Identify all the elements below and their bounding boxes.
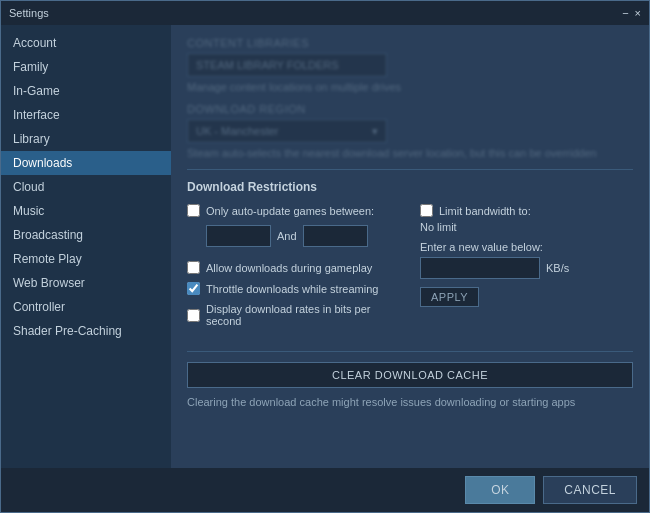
cache-description: Clearing the download cache might resolv… — [187, 396, 633, 408]
sidebar-item-remote-play[interactable]: Remote Play — [1, 247, 171, 271]
sidebar-item-cloud[interactable]: Cloud — [1, 175, 171, 199]
kb-row: KB/s — [420, 257, 633, 279]
footer: OK CANCEL — [1, 468, 649, 512]
minimize-button[interactable]: − — [622, 7, 628, 19]
allow-during-gameplay-row: Allow downloads during gameplay — [187, 261, 390, 274]
settings-window: Settings − × Account Family In-Game Inte… — [0, 0, 650, 513]
steam-library-value: STEAM LIBRARY FOLDERS — [196, 59, 339, 71]
clear-cache-button[interactable]: CLEAR DOWNLOAD CACHE — [187, 362, 633, 388]
title-bar-controls: − × — [622, 7, 641, 19]
sidebar-item-family[interactable]: Family — [1, 55, 171, 79]
new-value-label: Enter a new value below: — [420, 241, 633, 253]
sidebar-item-account[interactable]: Account — [1, 31, 171, 55]
sidebar-item-controller[interactable]: Controller — [1, 295, 171, 319]
manage-text: Manage content locations on multiple dri… — [187, 81, 633, 93]
time-end-input[interactable] — [303, 225, 368, 247]
cache-section: CLEAR DOWNLOAD CACHE Clearing the downlo… — [187, 351, 633, 408]
region-dropdown-row: UK - Manchester ▾ — [187, 119, 633, 143]
download-region-label: Download Region — [187, 103, 633, 115]
time-inputs-row: And — [206, 225, 390, 247]
allow-during-gameplay-label: Allow downloads during gameplay — [206, 262, 372, 274]
left-column: Only auto-update games between: And Allo… — [187, 204, 410, 335]
kb-input[interactable] — [420, 257, 540, 279]
auto-update-row: Only auto-update games between: — [187, 204, 390, 217]
right-column: Limit bandwidth to: No limit Enter a new… — [410, 204, 633, 335]
sidebar-item-library[interactable]: Library — [1, 127, 171, 151]
throttle-row: Throttle downloads while streaming — [187, 282, 390, 295]
region-dropdown: UK - Manchester ▾ — [187, 119, 387, 143]
no-limit-text: No limit — [420, 221, 633, 233]
top-divider — [187, 169, 633, 170]
and-label: And — [277, 230, 297, 242]
limit-bandwidth-label: Limit bandwidth to: — [439, 205, 531, 217]
cache-divider — [187, 351, 633, 352]
auto-update-checkbox[interactable] — [187, 204, 200, 217]
sidebar-item-music[interactable]: Music — [1, 199, 171, 223]
sidebar-item-broadcasting[interactable]: Broadcasting — [1, 223, 171, 247]
content-libraries-label: Content Libraries — [187, 37, 633, 49]
apply-button[interactable]: APPLY — [420, 287, 479, 307]
sidebar-item-shader-pre-caching[interactable]: Shader Pre-Caching — [1, 319, 171, 343]
throttle-label: Throttle downloads while streaming — [206, 283, 378, 295]
region-desc: Steam auto-selects the nearest download … — [187, 147, 633, 159]
sidebar-item-downloads[interactable]: Downloads — [1, 151, 171, 175]
ok-button[interactable]: OK — [465, 476, 535, 504]
sidebar-item-in-game[interactable]: In-Game — [1, 79, 171, 103]
cancel-button[interactable]: CANCEL — [543, 476, 637, 504]
window-title: Settings — [9, 7, 49, 19]
title-bar: Settings − × — [1, 1, 649, 25]
steam-library-input: STEAM LIBRARY FOLDERS — [187, 53, 387, 77]
download-restrictions-title: Download Restrictions — [187, 180, 633, 194]
auto-update-label: Only auto-update games between: — [206, 205, 374, 217]
chevron-down-icon: ▾ — [372, 125, 378, 138]
throttle-checkbox[interactable] — [187, 282, 200, 295]
limit-bandwidth-checkbox[interactable] — [420, 204, 433, 217]
limit-bandwidth-row: Limit bandwidth to: — [420, 204, 633, 217]
allow-during-gameplay-checkbox[interactable] — [187, 261, 200, 274]
main-panel: Content Libraries STEAM LIBRARY FOLDERS … — [171, 25, 649, 468]
time-start-input[interactable] — [206, 225, 271, 247]
sidebar: Account Family In-Game Interface Library… — [1, 25, 171, 468]
display-rates-row: Display download rates in bits per secon… — [187, 303, 390, 327]
content-area: Account Family In-Game Interface Library… — [1, 25, 649, 468]
display-rates-checkbox[interactable] — [187, 309, 200, 322]
sidebar-item-web-browser[interactable]: Web Browser — [1, 271, 171, 295]
content-libraries-section: Content Libraries STEAM LIBRARY FOLDERS … — [187, 37, 633, 159]
kb-unit-label: KB/s — [546, 262, 569, 274]
sidebar-item-interface[interactable]: Interface — [1, 103, 171, 127]
region-value: UK - Manchester — [196, 125, 279, 137]
restrictions-grid: Only auto-update games between: And Allo… — [187, 204, 633, 335]
display-rates-label: Display download rates in bits per secon… — [206, 303, 390, 327]
close-button[interactable]: × — [635, 7, 641, 19]
